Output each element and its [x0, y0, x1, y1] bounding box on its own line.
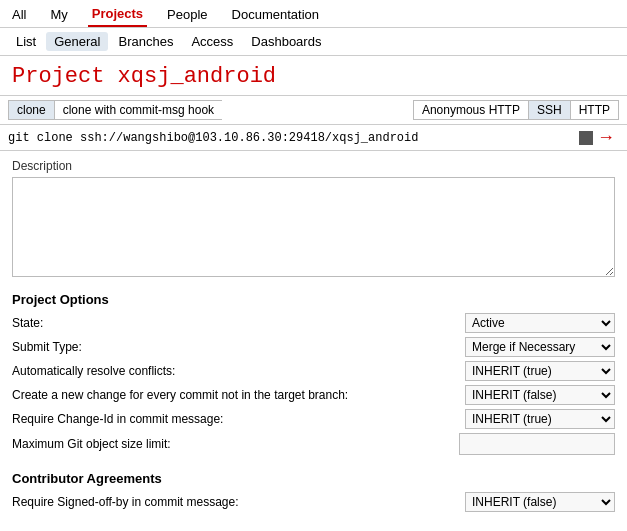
nav-documentation[interactable]: Documentation	[228, 5, 323, 26]
subnav-branches[interactable]: Branches	[110, 32, 181, 51]
state-label: State:	[12, 316, 455, 330]
nav-people[interactable]: People	[163, 5, 211, 26]
signed-off-label: Require Signed-off-by in commit message:	[12, 495, 455, 509]
project-options-section: Project Options State: Active Read Only …	[0, 288, 627, 467]
project-title: Project xqsj_android	[0, 56, 627, 95]
clone-http[interactable]: HTTP	[570, 100, 619, 120]
project-commands-section: Project Commands Commands: Create Change	[0, 524, 627, 531]
subnav-general[interactable]: General	[46, 32, 108, 51]
clone-anon-http[interactable]: Anonymous HTTP	[413, 100, 528, 120]
new-change-select[interactable]: INHERIT (false) TRUE FALSE	[465, 385, 615, 405]
copy-icon[interactable]	[579, 131, 593, 145]
submit-type-control: Merge if Necessary Fast Forward Only Reb…	[455, 337, 615, 357]
subnav-list[interactable]: List	[8, 32, 44, 51]
option-row-state: State: Active Read Only Hidden	[12, 313, 615, 333]
state-control: Active Read Only Hidden	[455, 313, 615, 333]
max-size-label: Maximum Git object size limit:	[12, 437, 455, 451]
clone-row: clone clone with commit-msg hook Anonymo…	[0, 95, 627, 125]
description-section: Description	[0, 151, 627, 288]
option-row-resolve-conflicts: Automatically resolve conflicts: INHERIT…	[12, 361, 615, 381]
clone-tab-basic[interactable]: clone	[8, 100, 54, 120]
option-row-new-change: Create a new change for every commit not…	[12, 385, 615, 405]
max-size-input[interactable]	[459, 433, 615, 455]
resolve-conflicts-select[interactable]: INHERIT (true) TRUE FALSE	[465, 361, 615, 381]
new-change-label: Create a new change for every commit not…	[12, 388, 455, 402]
option-row-max-size: Maximum Git object size limit:	[12, 433, 615, 455]
clone-tab-commit-msg[interactable]: clone with commit-msg hook	[54, 100, 222, 120]
change-id-select[interactable]: INHERIT (true) TRUE FALSE	[465, 409, 615, 429]
change-id-label: Require Change-Id in commit message:	[12, 412, 455, 426]
option-row-change-id: Require Change-Id in commit message: INH…	[12, 409, 615, 429]
arrow-right-icon: →	[597, 127, 615, 148]
signed-off-control: INHERIT (false) TRUE FALSE	[455, 492, 615, 512]
clone-cmd-row: git clone ssh://wangshibo@103.10.86.30:2…	[0, 125, 627, 151]
contributor-section: Contributor Agreements Require Signed-of…	[0, 467, 627, 524]
project-options-title: Project Options	[12, 292, 615, 307]
clone-command-text: git clone ssh://wangshibo@103.10.86.30:2…	[8, 131, 575, 145]
submit-type-label: Submit Type:	[12, 340, 455, 354]
subnav-dashboards[interactable]: Dashboards	[243, 32, 329, 51]
change-id-control: INHERIT (true) TRUE FALSE	[455, 409, 615, 429]
clone-remote-tabs: Anonymous HTTP SSH HTTP	[413, 100, 619, 120]
contributor-title: Contributor Agreements	[12, 471, 615, 486]
option-row-submit-type: Submit Type: Merge if Necessary Fast For…	[12, 337, 615, 357]
subnav-access[interactable]: Access	[183, 32, 241, 51]
description-textarea[interactable]	[12, 177, 615, 277]
max-size-control	[455, 433, 615, 455]
option-row-signed-off: Require Signed-off-by in commit message:…	[12, 492, 615, 512]
nav-projects[interactable]: Projects	[88, 4, 147, 27]
clone-ssh[interactable]: SSH	[528, 100, 570, 120]
state-select[interactable]: Active Read Only Hidden	[465, 313, 615, 333]
resolve-conflicts-label: Automatically resolve conflicts:	[12, 364, 455, 378]
nav-all[interactable]: All	[8, 5, 30, 26]
top-nav: All My Projects People Documentation	[0, 0, 627, 28]
sub-nav: List General Branches Access Dashboards	[0, 28, 627, 56]
submit-type-select[interactable]: Merge if Necessary Fast Forward Only Reb…	[465, 337, 615, 357]
description-label: Description	[12, 159, 615, 173]
resolve-conflicts-control: INHERIT (true) TRUE FALSE	[455, 361, 615, 381]
nav-my[interactable]: My	[46, 5, 71, 26]
new-change-control: INHERIT (false) TRUE FALSE	[455, 385, 615, 405]
signed-off-select[interactable]: INHERIT (false) TRUE FALSE	[465, 492, 615, 512]
